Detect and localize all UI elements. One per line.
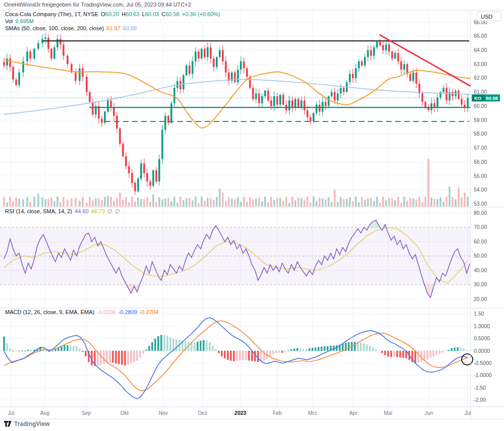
main-chart-legend: Coca-Cola Company (The), 1T, NYSEO60.20H… [5, 11, 220, 32]
macd-axis-label: 0.0000 [474, 348, 490, 354]
time-axis-label: 2023 [234, 410, 246, 416]
rsi-axis-label: 20.00 [474, 296, 487, 302]
tradingview-brand-text: TradingView [14, 420, 49, 427]
macd-axis-label: 1.0000 [474, 323, 490, 329]
rsi-axis-label: 50.00 [474, 253, 487, 259]
macd-axis-label: 0.5000 [474, 335, 490, 341]
time-axis-label: Jul [464, 410, 471, 416]
main-price-pane[interactable] [0, 33, 471, 207]
macd-axis-label: -0.5000 [474, 360, 492, 366]
rsi-axis-label: 30.00 [474, 281, 487, 287]
price-axis-label: 55.00 [474, 173, 487, 179]
time-axis-label: Okt [120, 410, 129, 416]
svg-text:USD: USD [481, 14, 492, 20]
price-axis-label: 56.00 [474, 159, 487, 165]
macd-axis-label: -1.50 [474, 385, 486, 391]
change-value: +0.36 (+0.60%) [182, 11, 220, 17]
rsi-axis-label: 80.00 [474, 210, 487, 216]
volume-bars [3, 159, 469, 207]
macd-pane[interactable] [0, 318, 473, 399]
time-axis-label: Aug [40, 410, 50, 416]
chart-canvas[interactable]: 66.0065.0064.0063.0062.0061.0060.0059.00… [0, 0, 504, 431]
sma200-value: 60.88 [123, 25, 137, 31]
svg-text:KO: KO [474, 95, 481, 101]
time-axis[interactable]: JulAugSepOktNovDez2023FebMrzAprMaiJunJul [8, 410, 471, 416]
sma50-value: 61.97 [106, 25, 120, 31]
rsi-axis-label: 60.00 [474, 238, 487, 244]
smas-label: SMAs (50, close, 100, close, 200, close) [5, 25, 104, 31]
time-axis-label: Mai [384, 410, 393, 416]
rsi-empty-2: ∅ [115, 208, 120, 214]
time-axis-label: Jun [425, 410, 433, 416]
macd-line-value: -0.2809 [118, 309, 137, 315]
price-axis-label: 61.00 [474, 89, 487, 95]
svg-text:60.58: 60.58 [486, 95, 498, 101]
tradingview-logo-icon [4, 421, 12, 427]
open-value: 60.20 [105, 11, 119, 17]
macd-axis-label: -1.0000 [474, 372, 492, 378]
time-axis-label: Mrz [308, 410, 317, 416]
price-axis-label: 64.00 [474, 47, 487, 53]
rsi-value: 44.60 [75, 208, 89, 214]
rsi-legend: RSI (14, close, SMA, 14, 2)44.6046.73∅∅ [5, 208, 120, 215]
symbol-legend-row: Coca-Cola Company (The), 1T, NYSEO60.20H… [5, 11, 220, 18]
price-axis-label: 54.00 [474, 187, 487, 193]
attribution-header: OneHitWond3r freigegeben für TradingView… [4, 2, 191, 8]
rsi-label: RSI (14, close, SMA, 14, 2) [5, 208, 72, 214]
price-axis-label: 65.00 [474, 33, 487, 39]
price-axis-label: 60.00 [474, 103, 487, 109]
price-axis-label: 59.00 [474, 117, 487, 123]
smas-legend-row: SMAs (50, close, 100, close, 200, close)… [5, 25, 220, 32]
descending-trendline[interactable] [380, 35, 471, 86]
macd-hist-value: -0.0106 [97, 309, 115, 315]
macd-legend: MACD (12, 26, close, 9, EMA, EMA)-0.0106… [5, 309, 158, 315]
time-axis-label: Feb [273, 410, 282, 416]
price-axis-label: 58.00 [474, 131, 487, 137]
rsi-empty-1: ∅ [107, 208, 112, 214]
macd-label: MACD (12, 26, close, 9, EMA, EMA) [5, 309, 94, 315]
rsi-axis-label: 70.00 [474, 224, 487, 230]
tradingview-chart-page: 66.0065.0064.0063.0062.0061.0060.0059.00… [0, 0, 504, 431]
price-axis-label: 63.00 [474, 61, 487, 67]
tradingview-branding[interactable]: TradingView [4, 420, 49, 427]
volume-label: Vol [5, 18, 13, 24]
price-axis-label: 53.00 [474, 201, 487, 207]
price-axis-label: 57.00 [474, 145, 487, 151]
time-axis-label: Apr [349, 410, 358, 416]
rsi-ma-value: 46.73 [91, 208, 105, 214]
low-value: 60.03 [145, 11, 159, 17]
volume-value: 9.695M [15, 18, 34, 24]
symbol-title: Coca-Cola Company (The), 1T, NYSE [5, 11, 98, 17]
volume-legend-row: Vol9.695M [5, 18, 220, 25]
close-value: 60.58 [165, 11, 179, 17]
price-axis-label: 62.00 [474, 75, 487, 81]
open-label: O [101, 11, 105, 17]
time-axis-label: Dez [198, 410, 208, 416]
macd-line [4, 318, 468, 399]
macd-axis-label: 1.50 [474, 311, 484, 317]
macd-signal-value: -0.2704 [140, 309, 158, 315]
macd-axis-label: -2.00 [474, 397, 486, 403]
high-value: 60.63 [125, 11, 140, 17]
candlestick-series [3, 33, 469, 195]
macd-signal-line [4, 321, 468, 391]
ko-price-badge: KO60.58 [472, 94, 500, 101]
time-axis-label: Jul [8, 410, 14, 416]
usd-currency-button[interactable]: USD [477, 12, 501, 21]
rsi-pane[interactable] [0, 220, 471, 298]
time-axis-label: Sep [82, 410, 91, 416]
time-axis-label: Nov [159, 410, 168, 416]
rsi-axis-label: 40.00 [474, 267, 487, 273]
sma200-line [4, 80, 471, 114]
